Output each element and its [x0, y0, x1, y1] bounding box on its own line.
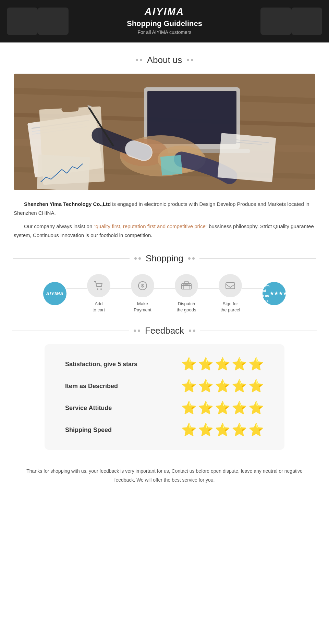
- f-dot-4: [193, 330, 195, 332]
- footer-text: Thanks for shopping with us, your feedba…: [0, 460, 329, 498]
- s-dot-4: [192, 257, 195, 260]
- feedback-dots-right: [189, 330, 195, 332]
- f-dot-3: [189, 330, 191, 332]
- f-dot-1: [134, 330, 136, 332]
- about-divider: About us: [0, 55, 329, 65]
- step-brand: AIYIMA: [43, 282, 66, 305]
- feedback-label-service: Service Attitude: [65, 405, 181, 412]
- stars-shipping: ⭐ ⭐ ⭐ ⭐ ⭐: [181, 424, 264, 436]
- about-paragraph-2: Our company always insist on "quality fi…: [14, 222, 315, 239]
- svg-rect-18: [218, 133, 276, 182]
- feedback-divider-line-left: [12, 331, 129, 331]
- step-sign: Sign forthe parcel: [219, 274, 242, 313]
- dispatch-icon: [175, 274, 198, 297]
- star-sh2: ⭐: [198, 424, 214, 436]
- about-paragraph-1: Shenzhen Yima Technology Co.,Ltd is enga…: [14, 200, 315, 217]
- star-sh1: ⭐: [181, 424, 197, 436]
- stars-satisfaction: ⭐ ⭐ ⭐ ⭐ ⭐: [181, 358, 264, 370]
- feedback-card: Satisfaction, give 5 stars ⭐ ⭐ ⭐ ⭐ ⭐ Ite…: [45, 344, 284, 450]
- header: AIYIMA Shopping Guidelines For all AIYIM…: [0, 0, 329, 42]
- feedback-divider-line-right: [200, 331, 317, 331]
- s-dot-3: [188, 257, 191, 260]
- shopping-steps-container: AIYIMA Addto cart $ MakePaymen: [17, 274, 312, 313]
- svg-text:$: $: [141, 283, 144, 288]
- feedback-row-described: Item as Described ⭐ ⭐ ⭐ ⭐ ⭐: [65, 380, 264, 392]
- payment-label: MakePayment: [134, 301, 151, 313]
- dot-1: [136, 59, 138, 61]
- shopping-title: Shopping: [146, 253, 183, 264]
- star-sh5: ⭐: [248, 424, 264, 436]
- step-dispatch: Dispatchthe goods: [175, 274, 198, 313]
- connector-2: [110, 288, 131, 289]
- connector-3: [154, 288, 175, 289]
- f-dot-2: [138, 330, 140, 332]
- shopping-dots-left: [134, 257, 141, 260]
- svg-point-26: [100, 288, 102, 290]
- header-content: AIYIMA Shopping Guidelines For all AIYIM…: [0, 6, 329, 35]
- star-d1: ⭐: [181, 380, 197, 392]
- stars-service: ⭐ ⭐ ⭐ ⭐ ⭐: [181, 402, 264, 414]
- about-quote: "quality first, reputation first and com…: [94, 223, 207, 229]
- dot-2: [140, 59, 142, 61]
- shopping-divider-line-left: [13, 258, 130, 259]
- sign-icon: [219, 274, 242, 297]
- header-subtitle: For all AIYIMA customers: [0, 29, 329, 35]
- about-title: About us: [147, 55, 182, 65]
- svg-rect-33: [226, 283, 235, 289]
- company-name: Shenzhen Yima Technology Co.,Ltd: [24, 201, 111, 207]
- handshake-visual: [14, 74, 315, 190]
- star-d2: ⭐: [198, 380, 214, 392]
- about-text-block: Shenzhen Yima Technology Co.,Ltd is enga…: [14, 200, 315, 239]
- star-s4: ⭐: [232, 402, 247, 414]
- shopping-divider-line-right: [199, 258, 316, 259]
- svg-rect-22: [37, 154, 90, 190]
- star-d3: ⭐: [215, 380, 230, 392]
- svg-rect-14: [61, 106, 79, 112]
- feedback-label-shipping: Shipping Speed: [65, 426, 181, 434]
- feedback-row-service: Service Attitude ⭐ ⭐ ⭐ ⭐ ⭐: [65, 402, 264, 414]
- shopping-dots-right: [188, 257, 195, 260]
- step-confirm: Confirm andgive us 5 stars ★★★ ★★: [263, 282, 286, 305]
- star-3: ⭐: [215, 358, 230, 370]
- feedback-label-described: Item as Described: [65, 383, 181, 390]
- dispatch-label: Dispatchthe goods: [176, 301, 196, 313]
- cart-icon: [87, 274, 110, 297]
- star-s3: ⭐: [215, 402, 230, 414]
- divider-line-left: [14, 60, 131, 60]
- about-p2-prefix: Our company always insist on: [24, 223, 94, 229]
- shopping-divider: Shopping: [0, 253, 329, 264]
- feedback-section: Feedback Satisfaction, give 5 stars ⭐ ⭐ …: [0, 325, 329, 450]
- star-s1: ⭐: [181, 402, 197, 414]
- star-2: ⭐: [198, 358, 214, 370]
- feedback-divider: Feedback: [0, 325, 329, 336]
- feedback-row-satisfaction: Satisfaction, give 5 stars ⭐ ⭐ ⭐ ⭐ ⭐: [65, 358, 264, 370]
- star-s2: ⭐: [198, 402, 214, 414]
- s-dot-2: [138, 257, 141, 260]
- star-4: ⭐: [232, 358, 247, 370]
- svg-rect-21: [160, 155, 183, 175]
- dot-4: [191, 59, 193, 61]
- header-title: Shopping Guidelines: [0, 19, 329, 28]
- brand-logo: AIYIMA: [0, 6, 329, 17]
- connector-1: [66, 288, 87, 289]
- step-add-cart: Addto cart: [87, 274, 110, 313]
- dot-3: [187, 59, 189, 61]
- feedback-title: Feedback: [145, 325, 184, 336]
- divider-line-right: [198, 60, 315, 60]
- about-image: [14, 74, 315, 190]
- star-d4: ⭐: [232, 380, 247, 392]
- feedback-label-satisfaction: Satisfaction, give 5 stars: [65, 361, 181, 368]
- connector-4: [198, 288, 219, 289]
- payment-icon: $: [131, 274, 154, 297]
- cart-label: Addto cart: [93, 301, 105, 313]
- step-payment: $ MakePayment: [131, 274, 154, 313]
- feedback-dots-left: [134, 330, 140, 332]
- about-section: About us: [0, 55, 329, 239]
- divider-dots-left: [136, 59, 142, 61]
- star-d5: ⭐: [248, 380, 264, 392]
- star-5: ⭐: [248, 358, 264, 370]
- shopping-section: Shopping AIYIMA Addto cart: [0, 253, 329, 313]
- star-sh3: ⭐: [215, 424, 230, 436]
- stars-described: ⭐ ⭐ ⭐ ⭐ ⭐: [181, 380, 264, 392]
- brand-icon: AIYIMA: [43, 282, 66, 305]
